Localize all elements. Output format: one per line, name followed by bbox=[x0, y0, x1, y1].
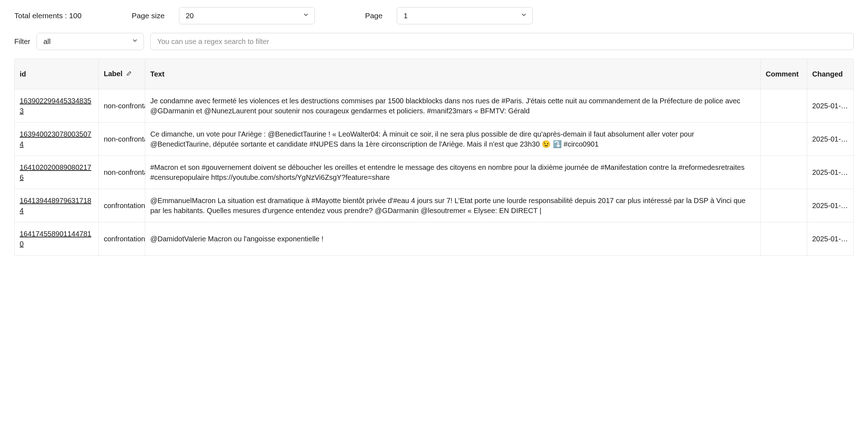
cell-changed: 2025-01-0… bbox=[807, 156, 854, 189]
id-link[interactable]: 1639022994453348353 bbox=[20, 97, 91, 115]
id-link[interactable]: 1641745589011447810 bbox=[20, 230, 91, 248]
page-label: Page bbox=[365, 11, 382, 20]
id-link[interactable]: 1641020200890802176 bbox=[20, 163, 91, 181]
edit-icon bbox=[126, 70, 132, 78]
cell-text: @DamidotValerie Macron ou l'angoisse exp… bbox=[145, 222, 761, 256]
page-select-wrap: 1 bbox=[397, 7, 533, 24]
id-link[interactable]: 1639400230780035074 bbox=[20, 130, 91, 148]
cell-label: non-confronta bbox=[99, 156, 145, 189]
cell-label: confrontation bbox=[99, 222, 145, 256]
id-link[interactable]: 1641394489796317184 bbox=[20, 197, 91, 214]
page-select[interactable]: 1 bbox=[397, 7, 533, 24]
cell-changed: 2025-01-0… bbox=[807, 123, 854, 156]
cell-id: 1639400230780035074 bbox=[15, 123, 99, 156]
cell-id: 1641394489796317184 bbox=[15, 189, 99, 222]
cell-comment bbox=[761, 156, 807, 189]
page-size-select-wrap: 20 bbox=[179, 7, 315, 24]
table-row: 1641020200890802176non-confronta#Macron … bbox=[15, 156, 854, 189]
cell-label: confrontation bbox=[99, 189, 145, 222]
cell-text: Je condamne avec fermeté les violences e… bbox=[145, 89, 761, 123]
cell-label: non-confronta bbox=[99, 123, 145, 156]
pagination-header: Total elements : 100 Page size 20 Page 1 bbox=[14, 7, 854, 24]
filter-bar: Filter all bbox=[14, 33, 854, 50]
column-header-comment[interactable]: Comment bbox=[761, 59, 807, 89]
page-size-select[interactable]: 20 bbox=[179, 7, 315, 24]
cell-text: @EmmanuelMacron La situation est dramati… bbox=[145, 189, 761, 222]
cell-id: 1641020200890802176 bbox=[15, 156, 99, 189]
column-header-label-text: Label bbox=[104, 70, 122, 78]
cell-comment bbox=[761, 189, 807, 222]
column-header-id[interactable]: id bbox=[15, 59, 99, 89]
cell-comment bbox=[761, 222, 807, 256]
data-table: id Label Text Comment Changed 1639022994… bbox=[14, 59, 854, 256]
table-row: 1641394489796317184confrontation@Emmanue… bbox=[15, 189, 854, 222]
cell-comment bbox=[761, 89, 807, 123]
cell-comment bbox=[761, 123, 807, 156]
column-header-text[interactable]: Text bbox=[145, 59, 761, 89]
column-header-label[interactable]: Label bbox=[99, 59, 145, 89]
table-row: 1639400230780035074non-confrontaCe diman… bbox=[15, 123, 854, 156]
table-row: 1639022994453348353non-confrontaJe conda… bbox=[15, 89, 854, 123]
column-header-changed[interactable]: Changed bbox=[807, 59, 854, 89]
cell-text: Ce dimanche, un vote pour l'Ariège : @Be… bbox=[145, 123, 761, 156]
filter-type-select[interactable]: all bbox=[36, 33, 144, 50]
filter-type-select-wrap: all bbox=[36, 33, 144, 50]
filter-search-input[interactable] bbox=[150, 33, 854, 50]
cell-changed: 2025-01-0… bbox=[807, 89, 854, 123]
table-row: 1641745589011447810confrontation@Damidot… bbox=[15, 222, 854, 256]
cell-changed: 2025-01-0… bbox=[807, 222, 854, 256]
cell-changed: 2025-01-0… bbox=[807, 189, 854, 222]
table-header-row: id Label Text Comment Changed bbox=[15, 59, 854, 89]
page-size-label: Page size bbox=[132, 11, 165, 20]
total-elements-label: Total elements : 100 bbox=[14, 11, 82, 20]
cell-text: #Macron et son #gouvernement doivent se … bbox=[145, 156, 761, 189]
filter-label: Filter bbox=[14, 38, 30, 46]
cell-id: 1639022994453348353 bbox=[15, 89, 99, 123]
cell-id: 1641745589011447810 bbox=[15, 222, 99, 256]
cell-label: non-confronta bbox=[99, 89, 145, 123]
